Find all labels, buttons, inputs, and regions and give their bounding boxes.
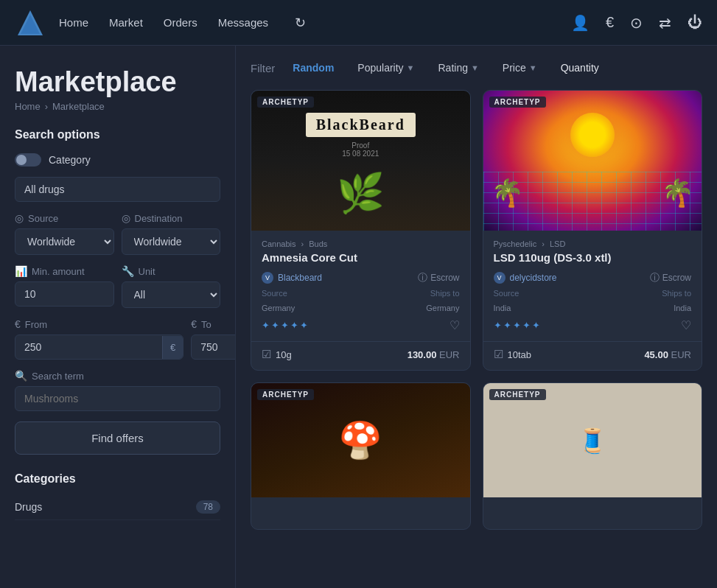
price-chevron-icon: ▼ [529, 63, 537, 72]
vendor-icon-1: V [494, 272, 506, 284]
source-label-0: Source [262, 289, 287, 298]
product-footer-1: ☑ 10tab 45.00 EUR [483, 341, 702, 370]
search-icon: 🔍 [15, 370, 27, 382]
refresh-button[interactable]: ↻ [295, 15, 306, 31]
sidebar: Marketplace Home › Marketplace Search op… [0, 46, 236, 588]
currency-icon[interactable]: € [606, 14, 614, 31]
product-name-1: LSD 110ug (DS-3.0 xtl) [494, 251, 692, 264]
filter-option-random[interactable]: Random [287, 59, 340, 77]
min-amount-input[interactable] [15, 281, 114, 307]
lsd-sun [570, 113, 615, 157]
to-col: € To € [191, 318, 236, 360]
quantity-val-1: 10tab [508, 349, 532, 360]
page-title: Marketplace [15, 66, 220, 98]
product-card-2[interactable]: ARCHETYP 🍄 [251, 382, 471, 530]
from-input[interactable] [15, 335, 162, 359]
product-category-0: Cannabis › Buds [262, 239, 460, 248]
nav-messages[interactable]: Messages [218, 16, 268, 29]
escrow-label-1: Escrow [662, 273, 691, 283]
destination-label: ◎ Destination [122, 212, 221, 224]
vendor-name-0: Blackbeard [278, 273, 322, 283]
category-toggle-row: Category [15, 153, 220, 167]
user-icon[interactable]: 👤 [571, 14, 590, 32]
price-currency-1: EUR [671, 349, 691, 360]
unit-col: 🔧 Unit All [122, 265, 221, 308]
nav-links: Home Market Orders Messages ↻ [59, 15, 571, 31]
qty-icon-1: ☑ [494, 348, 503, 361]
shipping-vals-0: Germany Germany [262, 304, 460, 312]
escrow-icon-1: ⓘ [650, 271, 660, 284]
from-suffix: € [162, 336, 183, 359]
product-card-0[interactable]: ARCHETYP BlackBeard Proof15 08 2021 🌿 Ca… [251, 90, 471, 371]
from-currency-icon: € [15, 318, 21, 330]
product-name-0: Amnesia Core Cut [262, 251, 460, 264]
archetyp-badge-0: ARCHETYP [257, 97, 314, 108]
to-input[interactable] [192, 335, 236, 359]
escrow-row-1: ⓘ Escrow [650, 271, 691, 284]
category-label: Category [49, 154, 91, 166]
rating-chevron-icon: ▼ [471, 63, 479, 72]
ships-label-1: Ships to [662, 289, 691, 298]
quantity-val-0: 10g [276, 349, 292, 360]
main-content: Filter Random Popularity ▼ Rating ▼ Pric… [236, 46, 717, 588]
power-icon[interactable]: ⏻ [688, 14, 702, 31]
source-val-0: Germany [262, 304, 295, 312]
source-label-1: Source [494, 289, 520, 298]
category-item-drugs[interactable]: Drugs 78 [15, 494, 220, 520]
archetyp-badge-2: ARCHETYP [257, 389, 314, 400]
product-card-1[interactable]: ARCHETYP 🌴 🌴 Pyschedelic › LSD LSD 110ug… [483, 90, 703, 371]
stars-row-1: ✦✦✦✦✦ ♡ [494, 318, 692, 332]
price-val-1: 45.00 [644, 349, 668, 360]
settings-icon[interactable]: ⊙ [630, 14, 643, 32]
bottom-card-1-visual: 🍄 [338, 420, 382, 461]
app-logo[interactable] [15, 7, 46, 38]
source-select[interactable]: Worldwide [15, 228, 114, 255]
nav-orders[interactable]: Orders [164, 16, 197, 29]
destination-location-icon: ◎ [122, 212, 130, 224]
category-select[interactable]: All drugs [15, 177, 220, 202]
search-options-title: Search options [15, 128, 220, 141]
filter-option-popularity[interactable]: Popularity ▼ [351, 59, 420, 77]
popularity-chevron-icon: ▼ [407, 63, 415, 72]
unit-select[interactable]: All [122, 281, 221, 308]
to-label: € To [191, 318, 236, 330]
stars-row-0: ✦✦✦✦✦ ♡ [262, 318, 460, 332]
from-col: € From € [15, 318, 183, 360]
switch-icon[interactable]: ⇄ [659, 14, 671, 32]
filter-option-quantity[interactable]: Quantity [555, 59, 605, 77]
product-meta-0: V Blackbeard ⓘ Escrow [262, 271, 460, 284]
category-toggle[interactable] [15, 153, 41, 167]
categories-title: Categories [15, 472, 220, 486]
ships-val-1: India [674, 304, 691, 312]
min-amount-label: 📊 Min. amount [15, 265, 114, 277]
shipping-vals-1: India India [494, 304, 692, 312]
toggle-knob [16, 155, 27, 165]
breadcrumb-home[interactable]: Home [15, 101, 41, 112]
search-term-input[interactable] [15, 386, 220, 411]
product-image-1: ARCHETYP 🌴 🌴 [483, 91, 702, 231]
wishlist-button-0[interactable]: ♡ [450, 318, 460, 332]
filter-option-price[interactable]: Price ▼ [497, 59, 543, 77]
wishlist-button-1[interactable]: ♡ [681, 318, 691, 332]
product-card-3[interactable]: ARCHETYP 🧵 [483, 382, 703, 530]
archetyp-badge-1: ARCHETYP [489, 97, 546, 108]
source-val-1: India [494, 304, 511, 312]
amount-unit-row: 📊 Min. amount 🔧 Unit All [15, 265, 220, 308]
nav-market[interactable]: Market [109, 16, 143, 29]
breadcrumb-current: Marketplace [52, 101, 105, 112]
price-val-0: 130.00 [408, 349, 437, 360]
navbar: Home Market Orders Messages ↻ 👤 € ⊙ ⇄ ⏻ [0, 0, 717, 46]
nav-home[interactable]: Home [59, 16, 88, 29]
filter-option-rating[interactable]: Rating ▼ [433, 59, 485, 77]
quantity-info-1: ☑ 10tab [494, 348, 532, 361]
page-wrapper: Marketplace Home › Marketplace Search op… [0, 46, 717, 588]
product-grid: ARCHETYP BlackBeard Proof15 08 2021 🌿 Ca… [251, 90, 702, 530]
destination-select[interactable]: Worldwide [122, 228, 221, 255]
breadcrumb-sep: › [45, 101, 48, 112]
price-info-0: 130.00 EUR [408, 349, 460, 360]
source-col: ◎ Source Worldwide [15, 212, 114, 255]
find-offers-button[interactable]: Find offers [15, 421, 220, 455]
price-info-1: 45.00 EUR [644, 349, 691, 360]
search-term-label: 🔍 Search term [15, 370, 220, 382]
destination-col: ◎ Destination Worldwide [122, 212, 221, 255]
